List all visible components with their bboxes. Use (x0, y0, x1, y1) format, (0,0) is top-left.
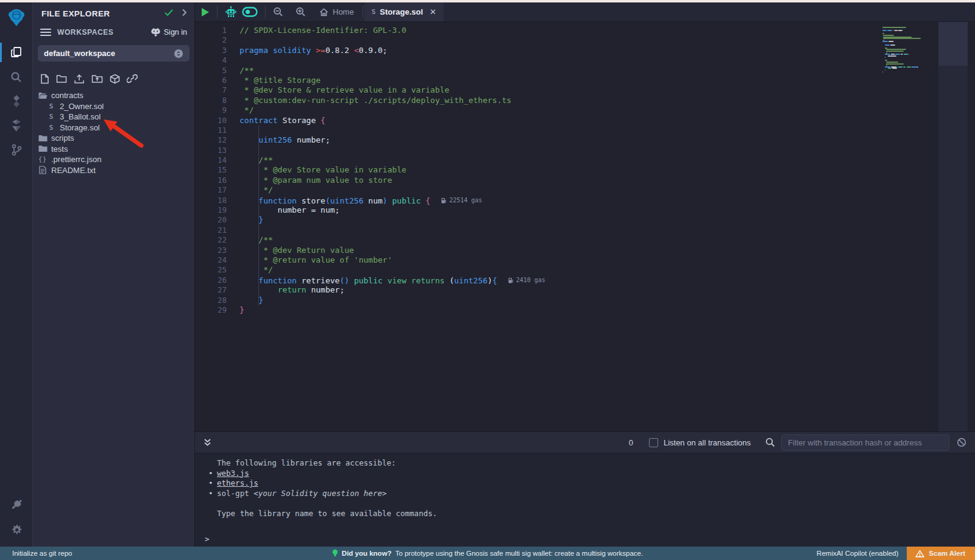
tree-item-readme-txt[interactable]: README.txt (33, 165, 194, 176)
code-editor[interactable]: 1// SPDX-License-Identifier: GPL-3.023pr… (195, 22, 975, 431)
tree-item-storage-sol[interactable]: SStorage.sol (33, 122, 194, 133)
minimap[interactable] (882, 22, 938, 431)
new-folder-icon[interactable] (56, 74, 67, 83)
panel-title: FILE EXPLORER (41, 9, 165, 18)
code-line-24[interactable]: 24 * @return value of 'number' (195, 255, 882, 265)
tree-item-2-owner-sol[interactable]: S2_Owner.sol (33, 101, 194, 112)
code-line-3[interactable]: 3pragma solidity >=0.8.2 <0.9.0; (195, 46, 882, 55)
chevron-right-icon[interactable] (182, 9, 187, 18)
line-number: 9 (195, 105, 227, 115)
new-file-icon[interactable] (40, 74, 49, 84)
ipfs-box-icon[interactable] (110, 74, 120, 84)
code-line-8[interactable]: 8 * @custom:dev-run-script ./scripts/dep… (195, 96, 882, 105)
code-content: */ (239, 105, 254, 115)
code-content: * @custom:dev-run-script ./scripts/deplo… (239, 96, 511, 105)
code-content: } (239, 305, 244, 315)
link-icon[interactable] (127, 74, 138, 83)
code-line-27[interactable]: 27 return number; (195, 285, 882, 295)
code-content: /** (239, 235, 273, 245)
tree-item-label: .prettierrc.json (51, 155, 101, 164)
sign-in-button[interactable]: Sign in (151, 28, 187, 37)
code-line-28[interactable]: 28 } (195, 296, 882, 305)
remix-logo[interactable] (5, 6, 28, 32)
collapse-terminal-icon[interactable] (204, 438, 211, 447)
folder-icon (38, 135, 48, 142)
search-icon[interactable] (0, 65, 33, 89)
code-line-2[interactable]: 2 (195, 35, 882, 45)
settings-gear-icon[interactable] (0, 517, 33, 542)
file-explorer-icon[interactable] (0, 40, 33, 65)
code-line-29[interactable]: 29} (195, 305, 882, 315)
lightbulb-icon (332, 549, 338, 558)
code-line-13[interactable]: 13 (195, 146, 882, 155)
code-line-17[interactable]: 17 */ (195, 185, 882, 195)
code-line-9[interactable]: 9 */ (195, 105, 882, 115)
deploy-and-run-icon[interactable] (0, 113, 33, 138)
code-content: /** (239, 66, 254, 76)
scrollbar-slider[interactable] (938, 22, 968, 66)
code-line-1[interactable]: 1// SPDX-License-Identifier: GPL-3.0 (195, 26, 882, 35)
copilot-status-label[interactable]: RemixAI Copilot (enabled) (817, 550, 898, 557)
plugin-manager-icon[interactable] (0, 493, 33, 517)
git-icon[interactable] (0, 138, 33, 162)
zoom-out-icon[interactable] (267, 2, 289, 21)
code-line-25[interactable]: 25 */ (195, 265, 882, 275)
tree-item-label: scripts (51, 133, 74, 143)
code-content: * @dev Store & retrieve value in a varia… (239, 85, 449, 95)
init-git-repo-button[interactable]: Initialize as git repo (0, 550, 72, 557)
upload-file-icon[interactable] (74, 74, 85, 84)
editor-scrollbar[interactable] (938, 22, 968, 431)
code-line-14[interactable]: 14 /** (195, 155, 882, 165)
tree-item-label: Storage.sol (60, 123, 100, 132)
close-tab-icon[interactable]: ✕ (430, 7, 436, 16)
tree-item-tests[interactable]: tests (33, 144, 194, 155)
transaction-filter-input[interactable] (781, 434, 949, 451)
tree-item--prettierrc-json[interactable]: {}.prettierrc.json (33, 154, 194, 165)
library-link[interactable]: web3.js (217, 469, 249, 478)
code-line-12[interactable]: 12 uint256 number; (195, 135, 882, 145)
code-line-10[interactable]: 10contract Storage { (195, 116, 882, 126)
ai-copilot-robot-icon[interactable] (219, 2, 239, 21)
workspace-select[interactable]: default_workspace (38, 45, 190, 62)
zoom-in-icon[interactable] (289, 2, 312, 21)
code-line-7[interactable]: 7 * @dev Store & retrieve value in a var… (195, 85, 882, 95)
terminal-output[interactable]: The following libraries are accessible:w… (195, 453, 975, 547)
copilot-toggle[interactable] (239, 2, 264, 21)
terminal-prompt[interactable]: > (204, 534, 975, 545)
code-line-11[interactable]: 11 (195, 126, 882, 135)
tree-item-scripts[interactable]: scripts (33, 133, 194, 144)
listen-transactions-label[interactable]: Listen on all transactions (664, 438, 751, 447)
scam-alert-button[interactable]: Scam Alert (907, 547, 975, 560)
code-line-21[interactable]: 21 (195, 225, 882, 235)
code-line-26[interactable]: 26 function retrieve() public view retur… (195, 275, 882, 285)
run-script-button[interactable] (195, 2, 216, 21)
code-area[interactable]: 1// SPDX-License-Identifier: GPL-3.023pr… (195, 22, 882, 431)
tree-item-contracts[interactable]: contracts (33, 90, 194, 101)
code-line-23[interactable]: 23 * @dev Return value (195, 246, 882, 255)
library-link[interactable]: ethers.js (217, 478, 258, 487)
code-line-16[interactable]: 16 * @param num value to store (195, 175, 882, 185)
tab-home[interactable]: Home (312, 2, 361, 21)
solidity-compiler-icon[interactable] (0, 89, 33, 113)
code-line-22[interactable]: 22 /** (195, 235, 882, 245)
code-line-18[interactable]: 18 function store(uint256 num) public {2… (195, 196, 882, 205)
line-number: 24 (195, 255, 227, 265)
tree-item-label: 2_Owner.sol (60, 102, 104, 111)
line-number: 1 (195, 26, 227, 35)
clear-console-icon[interactable] (957, 438, 966, 447)
code-line-19[interactable]: 19 number = num; (195, 205, 882, 215)
code-line-20[interactable]: 20 } (195, 215, 882, 225)
tree-item-3-ballot-sol[interactable]: S3_Ballot.sol (33, 112, 194, 122)
upload-folder-icon[interactable] (91, 74, 103, 83)
tree-item-label: contracts (51, 91, 83, 100)
code-line-5[interactable]: 5/** (195, 66, 882, 76)
code-line-15[interactable]: 15 * @dev Store value in variable (195, 165, 882, 175)
file-icon (38, 166, 48, 174)
line-number: 2 (195, 35, 227, 45)
workspaces-menu-icon[interactable] (40, 27, 51, 38)
code-line-4[interactable]: 4 (195, 55, 882, 65)
tab-storage-sol[interactable]: S Storage.sol ✕ (364, 2, 444, 21)
code-line-6[interactable]: 6 * @title Storage (195, 76, 882, 85)
listen-transactions-checkbox[interactable] (649, 438, 658, 447)
workspaces-label: WORKSPACES (57, 28, 151, 37)
